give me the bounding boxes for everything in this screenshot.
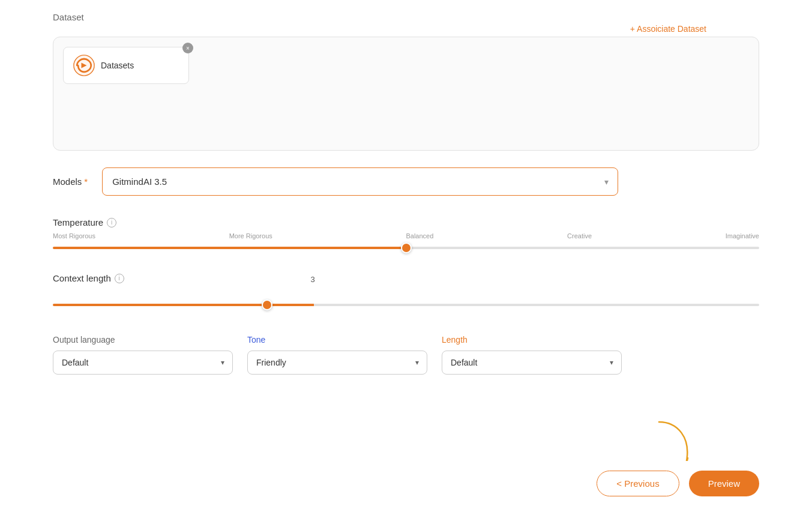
dataset-label: Dataset — [53, 12, 84, 22]
associate-dataset-button[interactable]: + Assoiciate Dataset — [630, 24, 706, 34]
previous-button[interactable]: < Previous — [597, 471, 679, 496]
footer: < Previous Preview — [0, 461, 812, 506]
mark-imaginative: Imaginative — [726, 232, 759, 239]
context-length-label: Context length — [53, 273, 111, 283]
output-language-select[interactable]: Default English Chinese Spanish — [53, 351, 233, 375]
output-language-col: Output language Default English Chinese … — [53, 335, 233, 375]
mark-more-rigorous: More Rigorous — [229, 232, 272, 239]
tone-col: Tone Friendly Formal Casual Professional… — [247, 335, 427, 375]
context-slider-wrapper: 3 — [53, 288, 759, 306]
context-length-value: 3 — [310, 275, 314, 284]
context-length-info-icon[interactable]: i — [115, 274, 124, 283]
dataset-card: × Datasets — [63, 47, 189, 84]
temperature-marks: Most Rigorous More Rigorous Balanced Cre… — [53, 232, 759, 239]
tone-select[interactable]: Friendly Formal Casual Professional — [247, 351, 427, 375]
length-col: Length Default Short Medium Long ▾ — [442, 335, 622, 375]
context-length-section: Context length i 3 — [53, 273, 759, 306]
temperature-slider[interactable] — [53, 247, 759, 249]
temperature-info-icon[interactable]: i — [107, 218, 116, 227]
mark-balanced: Balanced — [406, 232, 433, 239]
output-language-dropdown-wrapper[interactable]: Default English Chinese Spanish ▾ — [53, 351, 233, 375]
mark-most-rigorous: Most Rigorous — [53, 232, 95, 239]
temperature-section: Temperature i Most Rigorous More Rigorou… — [53, 217, 759, 251]
tone-label: Tone — [247, 335, 427, 345]
output-language-label: Output language — [53, 335, 233, 345]
close-icon: × — [186, 45, 190, 52]
dataset-card-close-button[interactable]: × — [182, 43, 193, 53]
temperature-label: Temperature — [53, 217, 103, 227]
output-settings-row: Output language Default English Chinese … — [53, 335, 759, 375]
preview-button[interactable]: Preview — [689, 471, 759, 496]
length-dropdown-wrapper[interactable]: Default Short Medium Long ▾ — [442, 351, 622, 375]
dataset-card-name: Datasets — [101, 61, 134, 70]
tone-dropdown-wrapper[interactable]: Friendly Formal Casual Professional ▾ — [247, 351, 427, 375]
models-select[interactable]: GitmindAI 3.5 GitmindAI 4.0 GPT-4 GPT-3.… — [102, 167, 618, 196]
required-star: * — [84, 176, 88, 187]
length-label: Length — [442, 335, 622, 345]
length-select[interactable]: Default Short Medium Long — [442, 351, 622, 375]
dataset-drop-area: × Datasets — [53, 37, 759, 151]
models-label: Models * — [53, 176, 88, 187]
context-length-slider[interactable] — [53, 304, 759, 306]
models-select-wrapper[interactable]: GitmindAI 3.5 GitmindAI 4.0 GPT-4 GPT-3.… — [102, 167, 618, 196]
mark-creative: Creative — [567, 232, 592, 239]
dataset-logo-icon — [73, 55, 95, 76]
